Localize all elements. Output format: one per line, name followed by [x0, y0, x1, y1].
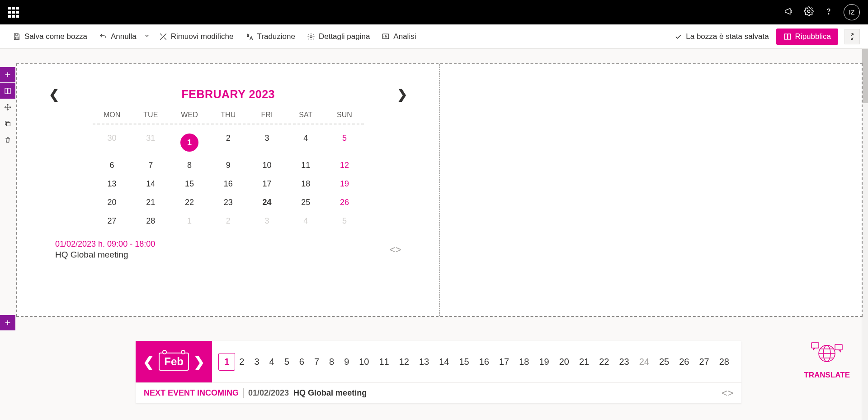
calendar-day[interactable]: 20 [93, 193, 132, 212]
strip-day[interactable]: 14 [434, 354, 454, 370]
calendar-day[interactable]: 30 [93, 129, 132, 156]
calendar-day[interactable]: 9 [209, 156, 248, 175]
calendar-day[interactable]: 2 [209, 129, 248, 156]
user-avatar[interactable]: IZ [844, 4, 860, 20]
strip-day[interactable]: 13 [414, 354, 434, 370]
calendar-day[interactable]: 7 [131, 156, 170, 175]
calendar-day[interactable]: 4 [286, 212, 325, 230]
strip-day[interactable]: 20 [554, 354, 574, 370]
strip-day[interactable]: 2 [234, 354, 249, 370]
translate-button[interactable]: Traduzione [241, 29, 300, 44]
strip-day[interactable]: 19 [534, 354, 554, 370]
strip-day[interactable]: 3 [249, 354, 264, 370]
save-draft-button[interactable]: Salva come bozza [8, 29, 92, 44]
strip-day[interactable]: 9 [339, 354, 354, 370]
section-column-left[interactable]: ❮ FEBRUARY 2023 ❯ MONTUEWEDTHUFRISATSUN3… [17, 64, 439, 316]
calendar-day[interactable]: 23 [209, 193, 248, 212]
strip-day[interactable]: 15 [454, 354, 474, 370]
strip-month-label[interactable]: Feb [159, 353, 189, 371]
strip-day[interactable]: 1 [219, 354, 234, 370]
strip-day[interactable]: 22 [594, 354, 614, 370]
strip-day[interactable]: 26 [674, 354, 694, 370]
strip-day[interactable]: 28 [714, 354, 734, 370]
analytics-button[interactable]: Analisi [377, 29, 420, 44]
calendar-day[interactable]: 18 [286, 175, 325, 193]
add-section-button[interactable] [0, 315, 15, 330]
vertical-scrollbar[interactable] [862, 49, 868, 420]
strip-day[interactable]: 21 [574, 354, 594, 370]
republish-button[interactable]: Ripubblica [776, 29, 838, 45]
undo-button[interactable]: Annulla [94, 29, 141, 44]
page-details-button[interactable]: Dettagli pagina [302, 29, 374, 44]
strip-prev-icon[interactable]: ❮ [141, 354, 156, 370]
strip-embed-icon[interactable]: <> [722, 387, 733, 399]
calendar-day[interactable]: 15 [170, 175, 209, 193]
strip-day[interactable]: 7 [309, 354, 324, 370]
settings-gear-icon[interactable] [804, 6, 814, 18]
calendar-day[interactable]: 19 [325, 175, 364, 193]
calendar-day[interactable]: 3 [248, 129, 287, 156]
calendar-day[interactable]: 17 [248, 175, 287, 193]
calendar-day[interactable]: 27 [93, 212, 132, 230]
calendar-day[interactable]: 2 [209, 212, 248, 230]
collapse-button[interactable] [844, 29, 860, 44]
calendar-day[interactable]: 22 [170, 193, 209, 212]
translate-widget[interactable]: TRANSLATE [804, 341, 850, 380]
strip-day[interactable]: 10 [354, 354, 374, 370]
move-webpart-button[interactable] [0, 100, 15, 115]
calendar-day[interactable]: 10 [248, 156, 287, 175]
calendar-day[interactable]: 5 [325, 212, 364, 230]
calendar-day[interactable]: 6 [93, 156, 132, 175]
calendar-day[interactable]: 8 [170, 156, 209, 175]
undo-label: Annulla [111, 32, 137, 41]
embed-code-icon[interactable]: <> [390, 244, 401, 256]
strip-day[interactable]: 8 [324, 354, 339, 370]
calendar-event-block[interactable]: 01/02/2023 h. 09:00 - 18:00 HQ Global me… [55, 239, 401, 260]
strip-day[interactable]: 6 [294, 354, 309, 370]
calendar-day[interactable]: 16 [209, 175, 248, 193]
calendar-day[interactable]: 12 [325, 156, 364, 175]
calendar-day[interactable]: 1 [170, 129, 209, 156]
calendar-day[interactable]: 13 [93, 175, 132, 193]
calendar-day[interactable]: 11 [286, 156, 325, 175]
strip-day[interactable]: 27 [694, 354, 714, 370]
svg-rect-8 [8, 88, 10, 94]
calendar-day[interactable]: 25 [286, 193, 325, 212]
strip-days-row: 1234567891011121314151617181920212223242… [212, 341, 741, 382]
strip-day[interactable]: 25 [654, 354, 674, 370]
calendar-day[interactable]: 14 [131, 175, 170, 193]
calendar-day[interactable]: 26 [325, 193, 364, 212]
calendar-next-icon[interactable]: ❯ [392, 87, 412, 102]
republish-label: Ripubblica [795, 32, 831, 41]
add-webpart-button[interactable] [0, 67, 15, 82]
strip-next-event[interactable]: NEXT EVENT INCOMING 01/02/2023 HQ Global… [136, 382, 741, 403]
strip-day[interactable]: 5 [279, 354, 294, 370]
section-column-right[interactable] [440, 64, 862, 316]
calendar-day[interactable]: 28 [131, 212, 170, 230]
discard-changes-button[interactable]: Rimuovi modifiche [155, 29, 238, 44]
calendar-day[interactable]: 5 [325, 129, 364, 156]
strip-day[interactable]: 17 [494, 354, 514, 370]
strip-day[interactable]: 23 [614, 354, 634, 370]
undo-dropdown[interactable] [142, 30, 152, 43]
calendar-day[interactable]: 4 [286, 129, 325, 156]
calendar-day[interactable]: 31 [131, 129, 170, 156]
delete-webpart-button[interactable] [0, 132, 15, 148]
calendar-day[interactable]: 21 [131, 193, 170, 212]
strip-day[interactable]: 11 [374, 354, 394, 370]
duplicate-webpart-button[interactable] [0, 116, 15, 131]
calendar-day[interactable]: 24 [248, 193, 287, 212]
strip-day[interactable]: 4 [264, 354, 279, 370]
help-icon[interactable] [824, 6, 834, 18]
strip-day[interactable]: 12 [394, 354, 414, 370]
edit-webpart-button[interactable] [0, 83, 15, 99]
calendar-day[interactable]: 1 [170, 212, 209, 230]
app-launcher-icon[interactable] [8, 7, 19, 18]
strip-day[interactable]: 16 [474, 354, 494, 370]
calendar-prev-icon[interactable]: ❮ [44, 87, 64, 102]
strip-next-icon[interactable]: ❯ [192, 354, 207, 370]
calendar-day[interactable]: 3 [248, 212, 287, 230]
strip-day[interactable]: 24 [634, 354, 654, 370]
strip-day[interactable]: 18 [514, 354, 534, 370]
megaphone-icon[interactable] [784, 6, 794, 18]
